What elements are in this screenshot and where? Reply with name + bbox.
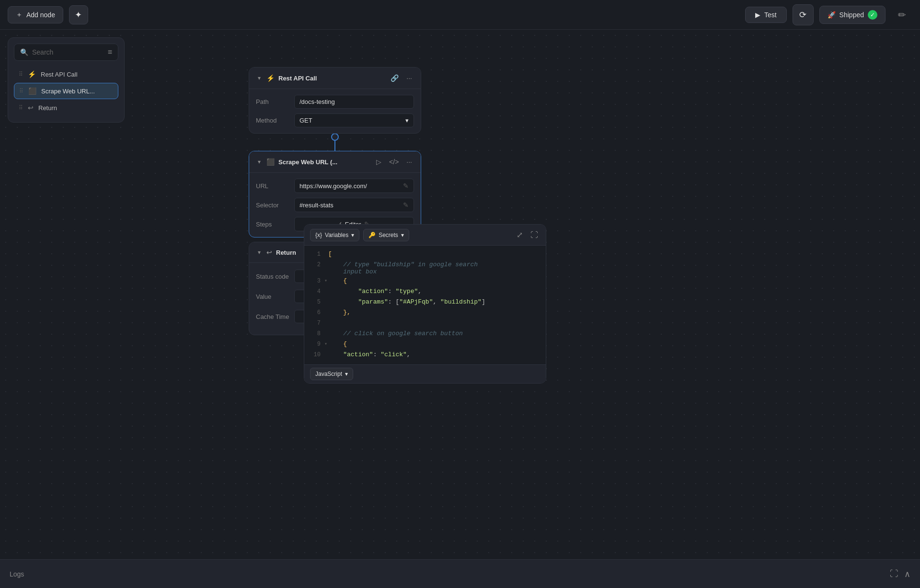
scrape-icon: ⬛	[266, 158, 275, 166]
editor-toolbar: {x} Variables ▾ 🔑 Secrets ▾ ⤢ ⛶	[304, 225, 546, 246]
search-bar[interactable]: 🔍 ≡	[14, 44, 118, 61]
language-label: JavaScript	[315, 371, 342, 377]
method-field: Method GET ▾	[256, 113, 414, 127]
line-num-10: 10	[304, 351, 328, 358]
history-button[interactable]: ⟳	[793, 4, 814, 25]
url-label: URL	[256, 182, 289, 190]
line-code-9: {	[328, 340, 546, 348]
url-edit-button[interactable]: ✎	[403, 182, 409, 190]
selector-value-text: #result-stats	[299, 202, 334, 209]
rest-api-node-body: Path /docs-testing Method GET ▾	[249, 89, 421, 133]
shipped-label: Shipped	[840, 11, 864, 19]
add-node-label: Add node	[26, 11, 55, 19]
sidebar-item-scrape-web[interactable]: ⠿ ⬛ Scrape Web URL...	[14, 83, 118, 99]
line-code-5: "params": ["#APjFqb", "buildship"]	[328, 298, 546, 305]
logs-expand-button[interactable]: ⛶	[890, 569, 898, 579]
filter-button[interactable]: ≡	[108, 48, 112, 57]
sidebar-item-rest-api[interactable]: ⠿ ⚡ Rest API Call	[14, 67, 118, 82]
wand-icon-button[interactable]: ✦	[69, 5, 88, 24]
play-icon: ▶	[755, 11, 760, 19]
history-icon: ⟳	[799, 10, 806, 20]
line-num-4: 4	[304, 288, 328, 295]
screen-icon: ⬛	[28, 87, 36, 95]
code-line-6: 6 },	[304, 308, 546, 318]
rest-api-icon: ⚡	[266, 74, 275, 82]
sidebar-item-return[interactable]: ⠿ ↩ Return	[14, 100, 118, 115]
code-line-1: 1 [	[304, 249, 546, 260]
method-value[interactable]: GET ▾	[294, 113, 414, 127]
line-num-9[interactable]: 9	[304, 340, 328, 348]
url-field: URL https://www.google.com/ ✎	[256, 179, 414, 193]
line-code-2: // type "buildship" in google search inp…	[328, 261, 546, 275]
language-selector[interactable]: JavaScript ▾	[310, 368, 353, 380]
fullscreen-icon-button[interactable]: ⛶	[529, 228, 540, 241]
more-options-button[interactable]: ···	[404, 73, 414, 83]
collapse-button[interactable]: ▾	[256, 74, 263, 82]
return-collapse-button[interactable]: ▾	[256, 248, 263, 257]
steps-label: Steps	[256, 221, 289, 228]
selector-edit-button[interactable]: ✎	[403, 201, 409, 209]
line-num-3[interactable]: 3	[304, 277, 328, 284]
line-code-7	[328, 319, 546, 327]
line-num-2: 2	[304, 261, 328, 275]
drag-icon: ⠿	[19, 71, 23, 78]
return-icon: ↩	[28, 104, 34, 112]
selector-field: Selector #result-stats ✎	[256, 198, 414, 212]
scrape-play-button[interactable]: ▷	[374, 157, 383, 167]
code-line-9: 9 {	[304, 339, 546, 350]
rest-api-title: Rest API Call	[278, 75, 385, 82]
editor-content[interactable]: 1 [ 2 // type "buildship" in google sear…	[304, 246, 546, 364]
variables-button[interactable]: {x} Variables ▾	[310, 229, 359, 241]
variable-icon: {x}	[315, 232, 322, 238]
path-value-text: /docs-testing	[299, 98, 335, 105]
url-value[interactable]: https://www.google.com/ ✎	[294, 179, 414, 193]
selector-label: Selector	[256, 202, 289, 209]
dropdown-chevron-icon: ▾	[405, 117, 409, 124]
canvas: 🔍 ≡ ⠿ ⚡ Rest API Call ⠿ ⬛ Scrape Web URL…	[0, 30, 920, 559]
logs-bar: Logs ⛶ ∧	[0, 559, 920, 588]
url-value-text: https://www.google.com/	[299, 182, 367, 190]
scrape-more-button[interactable]: ···	[404, 157, 414, 167]
line-num-5: 5	[304, 298, 328, 305]
test-button[interactable]: ▶ Test	[745, 7, 787, 23]
sidebar-item-label-2: Scrape Web URL...	[41, 88, 95, 95]
line-num-8: 8	[304, 330, 328, 337]
test-label: Test	[764, 11, 777, 19]
add-node-button[interactable]: ＋ Add node	[8, 6, 63, 23]
logs-collapse-button[interactable]: ∧	[904, 569, 910, 579]
edit-pen-button[interactable]: ✏	[891, 4, 912, 25]
fullscreen-icon: ⛶	[530, 231, 538, 239]
wand-icon: ✦	[75, 10, 82, 20]
secrets-button[interactable]: 🔑 Secrets ▾	[363, 229, 409, 241]
method-value-text: GET	[299, 117, 312, 124]
editor-panel: {x} Variables ▾ 🔑 Secrets ▾ ⤢ ⛶ 1	[304, 224, 546, 384]
line-num-6: 6	[304, 309, 328, 316]
shipped-check-icon: ✓	[868, 10, 877, 20]
logs-controls: ⛶ ∧	[890, 569, 910, 579]
value-label: Value	[256, 293, 289, 300]
drag-icon-2: ⠿	[19, 88, 23, 94]
link-icon-button[interactable]: 🔗	[389, 73, 401, 83]
sidebar-item-label-3: Return	[38, 104, 57, 112]
rest-api-node: ▾ ⚡ Rest API Call 🔗 ··· Path /docs-testi…	[249, 67, 421, 134]
line-num-1: 1	[304, 250, 328, 258]
variables-chevron-icon: ▾	[351, 232, 354, 238]
status-code-label: Status code	[256, 273, 289, 280]
path-value[interactable]: /docs-testing	[294, 95, 414, 109]
topbar-right: ▶ Test ⟳ 🚀 Shipped ✓ ✏	[745, 4, 912, 25]
selector-value[interactable]: #result-stats ✎	[294, 198, 414, 212]
shipped-button[interactable]: 🚀 Shipped ✓	[819, 6, 886, 24]
search-input[interactable]	[32, 48, 104, 56]
path-label: Path	[256, 98, 289, 105]
svg-point-0	[332, 134, 338, 140]
line-num-7: 7	[304, 319, 328, 327]
line-code-10: "action": "click",	[328, 351, 546, 358]
editor-footer: JavaScript ▾	[304, 364, 546, 383]
expand-icon-button[interactable]: ⤢	[515, 228, 525, 241]
cache-time-label: Cache Time	[256, 313, 289, 320]
topbar: ＋ Add node ✦ ▶ Test ⟳ 🚀 Shipped ✓ ✏	[0, 0, 920, 30]
pen-icon: ✏	[898, 9, 906, 21]
scrape-collapse-button[interactable]: ▾	[256, 158, 263, 166]
sidebar-item-label: Rest API Call	[41, 71, 78, 78]
scrape-code-button[interactable]: </>	[387, 157, 401, 167]
